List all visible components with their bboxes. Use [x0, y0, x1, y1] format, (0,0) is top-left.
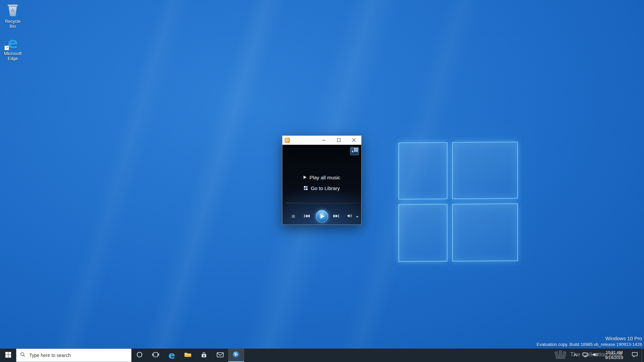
windows-edition: Windows 10 Pro: [537, 335, 642, 342]
volume-icon: [347, 213, 353, 219]
mail-icon: [217, 352, 224, 359]
maximize-icon: [337, 137, 340, 143]
start-button[interactable]: [0, 349, 16, 362]
wmp-icon: [232, 351, 240, 360]
action-center-icon: [632, 352, 638, 359]
system-tray: 10:31 AM 9/14/2019: [571, 349, 644, 362]
desktop-icon-label: Recycle Bin: [2, 19, 24, 29]
wmp-titlebar[interactable]: [282, 136, 361, 145]
file-explorer-icon: [184, 352, 192, 359]
play-icon: [321, 214, 325, 219]
hidden-icons-button[interactable]: [571, 349, 580, 362]
taskbar-search[interactable]: [16, 349, 131, 362]
store-icon: [201, 352, 207, 359]
play-icon: [304, 176, 307, 179]
next-button[interactable]: [333, 213, 339, 219]
menu-item-label: Go to Library: [311, 185, 340, 191]
desktop-icon-edge[interactable]: e ↗ Microsoft Edge: [0, 36, 25, 61]
minimize-icon: [322, 137, 325, 143]
edge-icon: e: [7, 36, 18, 50]
search-icon: [20, 352, 25, 359]
taskbar-wmp-button[interactable]: [228, 349, 244, 362]
clock-time: 10:31 AM: [606, 350, 623, 355]
recycle-bin-icon: [6, 3, 19, 18]
clock-date: 9/14/2019: [605, 355, 623, 360]
windows-version-overlay: Windows 10 Pro Evaluation copy. Build 18…: [537, 335, 642, 347]
wmp-window: Play all music Go to Library: [282, 135, 362, 225]
stop-button[interactable]: [290, 213, 297, 220]
chevron-up-icon: [573, 352, 578, 358]
wmp-app-icon: [285, 138, 290, 143]
taskbar-edge-button[interactable]: e: [164, 349, 180, 362]
mute-button[interactable]: [347, 213, 353, 219]
previous-button[interactable]: [304, 213, 310, 219]
desktop-icon-recycle-bin[interactable]: Recycle Bin: [0, 3, 25, 29]
show-desktop-button[interactable]: [642, 349, 644, 362]
action-center-button[interactable]: [628, 349, 642, 362]
wmp-body: Play all music Go to Library: [282, 145, 361, 225]
taskbar: e: [0, 349, 644, 362]
maximize-button[interactable]: [331, 136, 346, 144]
switch-to-library-button[interactable]: [350, 147, 359, 155]
chevron-down-icon: [356, 213, 359, 219]
taskbar-clock[interactable]: 10:31 AM 9/14/2019: [601, 349, 628, 362]
search-input[interactable]: [29, 352, 127, 358]
network-button[interactable]: [580, 349, 590, 362]
go-to-library-item[interactable]: Go to Library: [282, 185, 361, 191]
logo-pane: [452, 142, 518, 199]
previous-icon: [304, 213, 310, 219]
cortana-icon: [137, 352, 143, 359]
wallpaper-windows-logo: [398, 142, 518, 262]
stop-icon: [292, 215, 295, 218]
taskbar-task-view-button[interactable]: [148, 349, 164, 362]
menu-item-label: Play all music: [310, 175, 340, 180]
volume-button[interactable]: [590, 349, 601, 362]
taskbar-mail-button[interactable]: [212, 349, 228, 362]
close-icon: [352, 137, 356, 143]
network-icon: [582, 352, 588, 359]
play-all-music-item[interactable]: Play all music: [282, 174, 361, 181]
taskbar-cortana-button[interactable]: [131, 349, 148, 362]
minimize-button[interactable]: [316, 136, 331, 144]
edge-icon: e: [168, 351, 175, 360]
next-icon: [333, 213, 339, 219]
logo-pane: [398, 204, 447, 262]
more-options-button[interactable]: [356, 213, 359, 219]
library-switch-icon: [351, 148, 358, 155]
taskbar-file-explorer-button[interactable]: [180, 349, 196, 362]
start-icon: [5, 352, 11, 359]
logo-pane: [452, 203, 518, 261]
seek-bar[interactable]: [285, 202, 359, 203]
desktop-icon-label: Microsoft Edge: [2, 51, 24, 61]
task-view-icon: [152, 352, 159, 359]
close-button[interactable]: [346, 136, 361, 144]
play-button[interactable]: [316, 210, 328, 223]
logo-pane: [398, 142, 447, 199]
volume-icon: [593, 352, 598, 358]
shortcut-arrow-icon: ↗: [4, 46, 9, 50]
library-grid-icon: [304, 186, 308, 190]
windows-build: Evaluation copy. Build 18985.vb_release.…: [537, 342, 642, 347]
taskbar-store-button[interactable]: [196, 349, 212, 362]
